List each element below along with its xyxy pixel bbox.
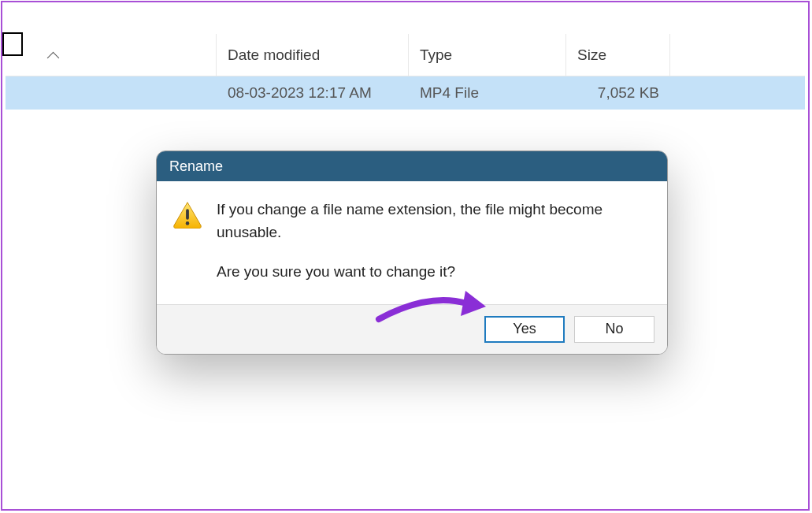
- dialog-button-bar: Yes No: [157, 304, 667, 354]
- file-row-selected[interactable]: 08-03-2023 12:17 AM MP4 File 7,052 KB: [6, 76, 805, 110]
- file-type-text: MP4 File: [420, 84, 479, 101]
- column-header-type[interactable]: Type: [409, 34, 566, 76]
- window-frame: Date modified Type Size 08-03-2023 12:17…: [1, 1, 810, 511]
- dialog-title-bar[interactable]: Rename: [157, 151, 667, 181]
- file-type-cell: MP4 File: [409, 84, 566, 102]
- file-size-text: 7,052 KB: [598, 84, 659, 101]
- file-date-cell: 08-03-2023 12:17 AM: [217, 84, 409, 102]
- dialog-line2: Are you sure you want to change it?: [217, 261, 651, 284]
- svg-point-1: [186, 221, 190, 225]
- column-label: Type: [420, 46, 452, 64]
- column-header-spacer: [670, 34, 805, 76]
- yes-button[interactable]: Yes: [484, 316, 565, 343]
- file-size-cell: 7,052 KB: [566, 84, 670, 102]
- column-header-date-modified[interactable]: Date modified: [217, 34, 409, 76]
- sort-ascending-icon: [48, 52, 57, 58]
- column-label: Date modified: [228, 46, 320, 64]
- no-button[interactable]: No: [574, 316, 654, 343]
- warning-icon: [172, 200, 202, 229]
- file-date-text: 08-03-2023 12:17 AM: [228, 84, 372, 101]
- column-header-row: Date modified Type Size: [6, 34, 805, 76]
- rename-edit-box[interactable]: [2, 32, 23, 56]
- dialog-title-text: Rename: [169, 158, 223, 175]
- dialog-line1: If you change a file name extension, the…: [217, 199, 651, 243]
- column-header-size[interactable]: Size: [566, 34, 670, 76]
- column-label: Size: [577, 46, 606, 64]
- svg-rect-0: [186, 209, 189, 219]
- rename-dialog: Rename If you change a file name: [156, 151, 668, 355]
- dialog-message: If you change a file name extension, the…: [217, 199, 651, 284]
- column-header-name[interactable]: [6, 34, 217, 76]
- dialog-body: If you change a file name extension, the…: [157, 181, 667, 304]
